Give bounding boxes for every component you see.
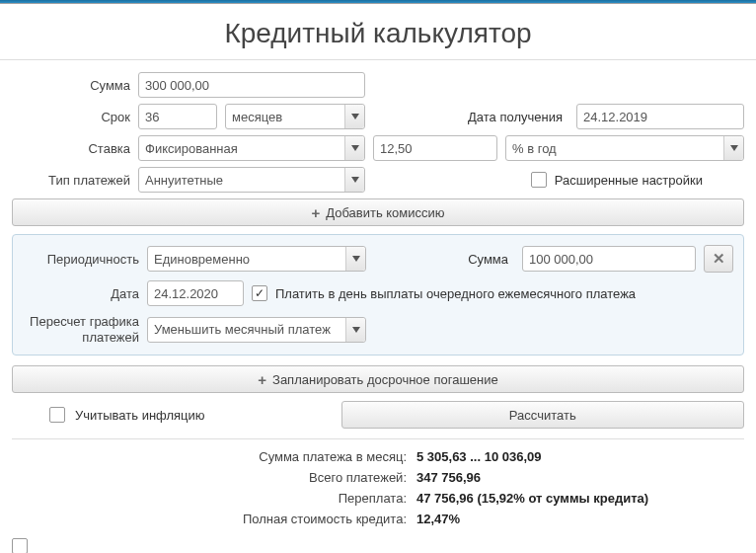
chevron-down-icon[interactable] [345, 318, 365, 342]
amount-label: Сумма [12, 78, 130, 93]
inflation-checkbox[interactable] [49, 407, 65, 423]
calculate-button[interactable]: Рассчитать [341, 401, 744, 429]
panel-amount-input[interactable] [522, 246, 696, 272]
inflation-label: Учитывать инфляцию [75, 408, 205, 423]
monthly-value: 5 305,63 ... 10 036,09 [416, 449, 542, 464]
term-unit-select[interactable] [225, 104, 365, 129]
monthly-label: Сумма платежа в месяц: [12, 449, 407, 464]
total-value: 347 756,96 [416, 470, 481, 485]
rate-type-select[interactable] [138, 135, 365, 161]
chevron-down-icon[interactable] [345, 247, 365, 271]
recalc-value[interactable] [147, 317, 366, 343]
bottom-checkbox[interactable] [12, 538, 28, 553]
overpay-label: Переплата: [12, 491, 407, 506]
payment-type-select[interactable] [138, 167, 365, 193]
plus-icon: + [258, 371, 266, 388]
early-payment-panel: Периодичность Сумма ✕ Дата Платить в ден… [12, 234, 744, 356]
rate-type-value[interactable] [138, 135, 365, 161]
payment-type-label: Тип платежей [12, 173, 130, 188]
rate-label: Ставка [12, 141, 130, 156]
periodicity-select[interactable] [147, 246, 366, 272]
rate-unit-select[interactable] [505, 135, 744, 161]
page-title: Кредитный калькулятор [0, 4, 756, 60]
date-received-label: Дата получения [373, 110, 568, 124]
periodicity-value[interactable] [147, 246, 366, 272]
pay-on-day-label: Платить в день выплаты очередного ежемес… [275, 286, 636, 301]
plus-icon: + [311, 204, 320, 221]
chevron-down-icon[interactable] [723, 136, 743, 160]
panel-date-label: Дата [23, 286, 139, 301]
term-input[interactable] [138, 104, 217, 129]
chevron-down-icon[interactable] [344, 105, 364, 128]
add-commission-button[interactable]: + Добавить комиссию [12, 198, 744, 226]
payment-type-value[interactable] [138, 167, 365, 193]
chevron-down-icon[interactable] [344, 168, 364, 192]
total-label: Всего платежей: [12, 470, 407, 485]
overpay-value: 47 756,96 (15,92% от суммы кредита) [416, 491, 648, 506]
fullcost-value: 12,47% [416, 512, 460, 526]
plan-early-label: Запланировать досрочное погашение [272, 372, 498, 387]
rate-value-input[interactable] [373, 135, 497, 161]
date-received-input[interactable] [576, 104, 744, 129]
advanced-label: Расширенные настройки [555, 173, 703, 188]
chevron-down-icon[interactable] [344, 136, 364, 160]
add-commission-label: Добавить комиссию [326, 205, 444, 220]
advanced-checkbox[interactable] [531, 172, 547, 188]
remove-button[interactable]: ✕ [704, 245, 733, 273]
pay-on-day-checkbox[interactable] [252, 285, 267, 301]
periodicity-label: Периодичность [23, 252, 139, 267]
rate-unit-value[interactable] [505, 135, 744, 161]
recalc-select[interactable] [147, 317, 366, 343]
divider [12, 438, 744, 439]
calculate-label: Рассчитать [509, 408, 576, 423]
close-icon: ✕ [713, 250, 725, 268]
fullcost-label: Полная стоимость кредита: [12, 512, 407, 526]
term-label: Срок [12, 110, 130, 124]
panel-date-input[interactable] [147, 280, 244, 306]
panel-amount-label: Сумма [374, 252, 514, 267]
form-container: Сумма Срок Дата получения Ставка Тип пла… [0, 72, 756, 538]
amount-input[interactable] [138, 72, 365, 98]
plan-early-button[interactable]: + Запланировать досрочное погашение [12, 365, 744, 393]
recalc-label: Пересчет графика платежей [23, 314, 139, 345]
